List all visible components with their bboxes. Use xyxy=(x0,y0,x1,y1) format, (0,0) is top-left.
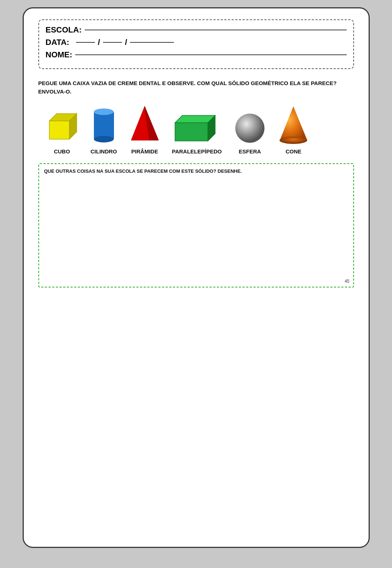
page-number: 45 xyxy=(345,279,349,284)
cilindro-svg xyxy=(90,104,118,145)
data-month-field[interactable] xyxy=(103,42,122,43)
nome-line: NOME: xyxy=(46,50,347,60)
svg-point-4 xyxy=(94,136,114,142)
shape-item-cone: CONE xyxy=(278,104,309,155)
slash2: / xyxy=(125,38,127,47)
drawing-box[interactable]: QUE OUTRAS COISAS NA SUA ESCOLA SE PAREC… xyxy=(38,163,354,287)
data-line: DATA: / / xyxy=(46,38,347,47)
cone-label: CONE xyxy=(286,148,301,155)
svg-marker-13 xyxy=(280,106,307,140)
nome-field[interactable] xyxy=(75,54,347,55)
data-year-field[interactable] xyxy=(130,42,174,43)
cubo-label: CUBO xyxy=(54,148,70,155)
esfera-label: ESFERA xyxy=(239,148,261,155)
shape-item-cubo: CUBO xyxy=(46,110,79,155)
data-day-field[interactable] xyxy=(76,42,95,43)
shapes-row: CUBO CILINDRO xyxy=(38,104,354,155)
escola-label: ESCOLA: xyxy=(46,25,82,35)
shape-item-esfera: ESFERA xyxy=(233,112,266,155)
svg-rect-3 xyxy=(94,112,114,139)
shape-item-piramide: PIRÂMIDE xyxy=(129,104,160,155)
svg-point-14 xyxy=(279,137,307,144)
svg-marker-0 xyxy=(49,121,69,139)
svg-point-5 xyxy=(94,108,114,115)
paralelepipedo-label: PARALELEPÍPEDO xyxy=(172,148,222,155)
shape-item-paralelepipedo: PARALELEPÍPEDO xyxy=(172,112,222,155)
cone-svg xyxy=(278,104,309,145)
cilindro-label: CILINDRO xyxy=(91,148,117,155)
escola-field[interactable] xyxy=(85,30,347,30)
cubo-svg xyxy=(46,110,79,145)
info-box: ESCOLA: DATA: / / NOME: xyxy=(38,19,354,69)
drawing-instruction: QUE OUTRAS COISAS NA SUA ESCOLA SE PAREC… xyxy=(44,168,348,174)
nome-label: NOME: xyxy=(46,50,72,60)
piramide-label: PIRÂMIDE xyxy=(131,148,158,155)
svg-marker-9 xyxy=(175,123,208,141)
escola-line: ESCOLA: xyxy=(46,25,347,35)
page: ESCOLA: DATA: / / NOME: PEGUE UMA CAIXA … xyxy=(23,7,370,548)
slash1: / xyxy=(98,38,100,47)
paralelepipedo-svg xyxy=(173,112,221,145)
shape-item-cilindro: CILINDRO xyxy=(90,104,118,155)
data-label: DATA: xyxy=(46,38,69,47)
instruction-text: PEGUE UMA CAIXA VAZIA DE CREME DENTAL E … xyxy=(38,79,354,96)
esfera-svg xyxy=(233,112,266,145)
svg-point-12 xyxy=(235,114,264,143)
piramide-svg xyxy=(129,104,160,145)
